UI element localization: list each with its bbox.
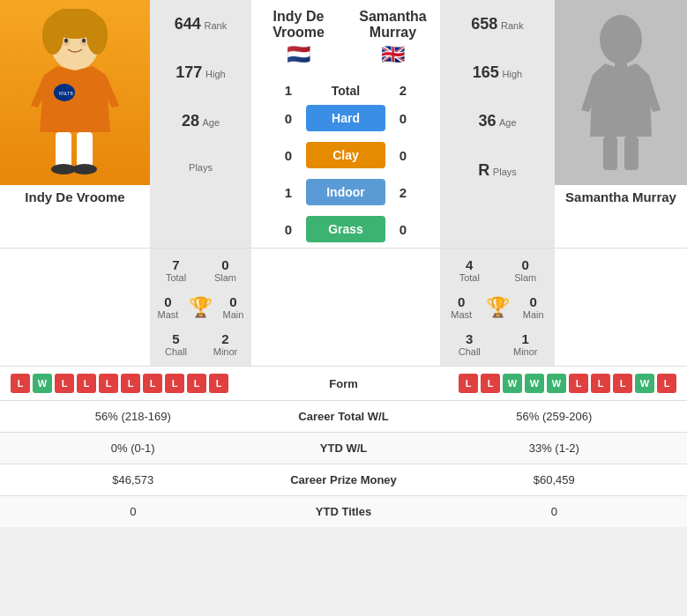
left-age-value: 28 <box>182 112 199 130</box>
left-main-label: Main <box>219 309 248 320</box>
form-badge-right: W <box>635 374 654 393</box>
stats-row: 0YTD Titles0 <box>0 495 687 527</box>
indoor-score-right: 2 <box>385 185 421 200</box>
stats-rows: 56% (218-169)Career Total W/L56% (259-20… <box>0 400 687 527</box>
right-slam-label: Slam <box>500 272 552 283</box>
form-badge-left: L <box>143 374 162 393</box>
form-badge-left: W <box>33 374 52 393</box>
clay-button[interactable]: Clay <box>306 142 385 168</box>
hard-score-right: 0 <box>385 111 421 126</box>
form-badge-left: L <box>165 374 184 393</box>
left-rank-label: Rank <box>204 20 227 31</box>
right-minor-cell: 1 Minor <box>498 326 554 362</box>
right-bottom-stats: 4 Total 0 Slam 0 Mast 🏆 0 Main <box>440 249 555 366</box>
left-age: 28 Age <box>150 98 251 145</box>
right-chall-minor: 3 Chall 1 Minor <box>442 326 553 362</box>
right-minor-label: Minor <box>500 346 552 357</box>
right-total-cell: 4 Total <box>442 252 497 288</box>
form-badge-left: L <box>187 374 206 393</box>
left-flag: 🇳🇱 <box>251 41 346 71</box>
svg-rect-16 <box>603 137 617 170</box>
right-high-label: High <box>503 69 523 79</box>
right-bottom-stats-wrapper <box>555 249 687 366</box>
right-minor-value: 1 <box>500 331 552 346</box>
indoor-button[interactable]: Indoor <box>306 179 385 205</box>
stats-label-center: Career Total W/L <box>256 410 432 423</box>
right-mast-trophy-main: 0 Mast 🏆 0 Main <box>442 289 553 325</box>
left-stats-column: 644 Rank 177 High 28 Age Plays <box>150 0 251 248</box>
left-mast-trophy-main: 0 Mast 🏆 0 Main <box>152 289 250 325</box>
left-minor-cell: 2 Minor <box>201 326 250 362</box>
svg-point-6 <box>64 39 68 43</box>
stats-label-center: YTD W/L <box>256 442 432 455</box>
clay-score-left: 0 <box>271 148 306 163</box>
left-high-value: 177 <box>175 63 202 81</box>
right-slam-cell: 0 Slam <box>498 252 554 288</box>
total-score-left: 1 <box>271 83 306 98</box>
stats-value-left: 0 <box>11 505 256 518</box>
form-section: LWLLLLLLLL Form LLWWWLLLWL <box>0 366 687 400</box>
svg-text:KNLTB: KNLTB <box>59 91 73 96</box>
stats-value-right: 33% (1-2) <box>432 442 677 455</box>
form-badge-left: L <box>121 374 140 393</box>
indoor-score-left: 1 <box>271 185 306 200</box>
right-chall-cell: 3 Chall <box>442 326 497 362</box>
right-total-label: Total <box>444 272 496 283</box>
left-main-value: 0 <box>219 294 248 309</box>
right-age: 36 Age <box>440 98 555 145</box>
form-badge-left: L <box>11 374 30 393</box>
form-badge-right: L <box>569 374 588 393</box>
left-slam-value: 0 <box>203 257 248 272</box>
stats-label-center: Career Prize Money <box>256 473 432 486</box>
right-high: 165 High <box>440 49 555 96</box>
right-rank-label: Rank <box>501 20 524 31</box>
stats-row: 0% (0-1)YTD W/L33% (1-2) <box>0 432 687 464</box>
right-trophy-icon: 🏆 <box>482 293 513 323</box>
left-total-cell: 7 Total <box>152 252 200 288</box>
svg-rect-10 <box>56 132 71 167</box>
form-badge-left: L <box>55 374 74 393</box>
right-slam-value: 0 <box>500 257 552 272</box>
form-badge-left: L <box>77 374 96 393</box>
court-row-indoor: 1 Indoor 2 <box>251 174 440 211</box>
right-plays: R Plays <box>440 147 555 194</box>
stats-value-right: 56% (259-206) <box>432 410 677 423</box>
left-minor-label: Minor <box>203 346 248 357</box>
left-total-label: Total <box>153 272 198 283</box>
left-age-label: Age <box>203 117 220 128</box>
svg-point-14 <box>600 15 642 64</box>
court-row-grass: 0 Grass 0 <box>251 211 440 248</box>
right-age-value: 36 <box>478 112 496 130</box>
left-total-slam: 7 Total 0 Slam <box>152 252 250 288</box>
left-chall-value: 5 <box>153 331 198 346</box>
right-player-photo <box>555 0 687 185</box>
left-trophy-icon: 🏆 <box>185 293 216 323</box>
stats-value-left: 56% (218-169) <box>11 410 256 423</box>
right-player-silhouette <box>577 9 665 176</box>
left-plays: Plays <box>150 147 251 188</box>
left-rank: 644 Rank <box>150 1 251 48</box>
left-minor-value: 2 <box>203 331 248 346</box>
stats-label-center: YTD Titles <box>256 505 432 518</box>
right-main-cell: 0 Main <box>514 289 554 325</box>
right-rank-value: 658 <box>471 15 497 33</box>
court-row-hard: 0 Hard 0 <box>251 100 440 137</box>
stats-value-left: $46,573 <box>11 473 256 486</box>
main-container: KNLTB Indy De Vroome 644 Rank <box>0 0 687 527</box>
grass-score-left: 0 <box>271 222 306 237</box>
court-row-clay: 0 Clay 0 <box>251 137 440 174</box>
center-right-name: Samantha Murray 🇬🇧 <box>346 9 440 71</box>
grass-button[interactable]: Grass <box>306 216 385 242</box>
player-comparison: KNLTB Indy De Vroome 644 Rank <box>0 0 687 248</box>
center-column: Indy De Vroome 🇳🇱 Samantha Murray 🇬🇧 1 T… <box>251 0 440 248</box>
hard-button[interactable]: Hard <box>306 105 385 131</box>
left-player-silhouette: KNLTB <box>22 9 128 176</box>
svg-point-13 <box>72 164 97 174</box>
left-rank-value: 644 <box>175 15 201 33</box>
right-mast-cell: 0 Mast <box>442 289 482 325</box>
left-high: 177 High <box>150 49 251 96</box>
left-mast-value: 0 <box>153 294 183 309</box>
right-total-slam: 4 Total 0 Slam <box>442 252 553 288</box>
right-flag: 🇬🇧 <box>346 41 440 71</box>
left-mast-cell: 0 Mast <box>152 289 184 325</box>
